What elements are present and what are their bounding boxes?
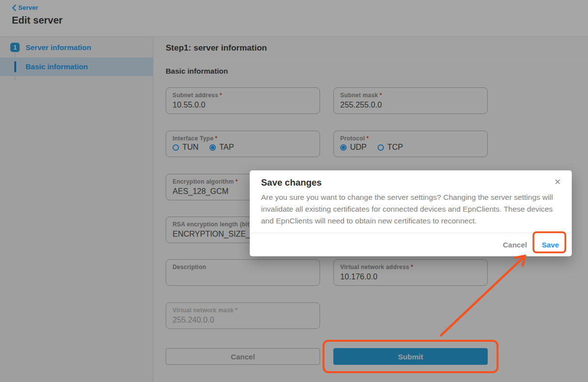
dialog-title: Save changes bbox=[261, 177, 322, 188]
dialog-save-button[interactable]: Save bbox=[542, 241, 559, 249]
edit-server-page: Server Edit server 1 Server information … bbox=[0, 0, 588, 382]
dialog-body-text: Are you sure you want to change the serv… bbox=[261, 191, 556, 227]
dialog-cancel-button[interactable]: Cancel bbox=[503, 241, 527, 249]
dialog-footer: Cancel Save bbox=[250, 233, 572, 256]
save-changes-dialog: Save changes ✕ Are you sure you want to … bbox=[250, 170, 572, 256]
close-icon[interactable]: ✕ bbox=[555, 178, 561, 186]
